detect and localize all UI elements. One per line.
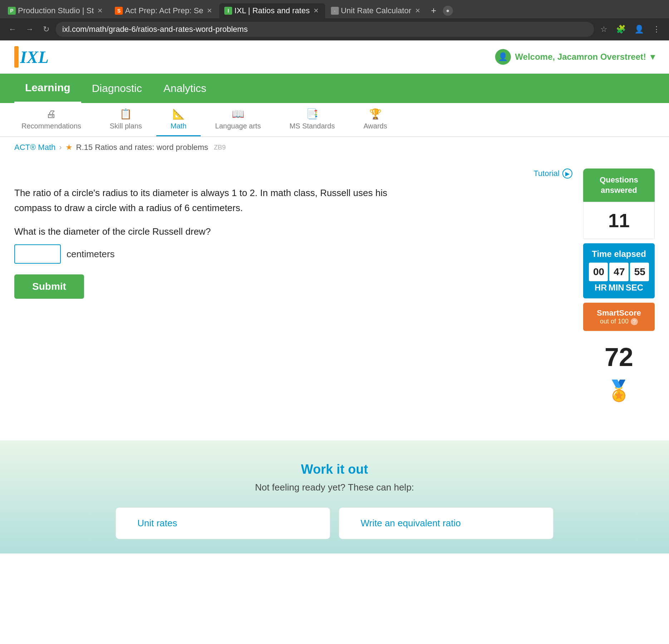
- questions-count: 11: [583, 202, 655, 239]
- subnav-awards[interactable]: 🏆 Awards: [349, 103, 401, 136]
- tab-favicon-2: S: [115, 7, 123, 15]
- time-hours: 00: [589, 263, 608, 281]
- star-icon: ★: [65, 143, 73, 152]
- tutorial-label[interactable]: Tutorial: [533, 169, 560, 178]
- smart-score-sub: out of 100 ?: [589, 318, 649, 325]
- subnav-skill-plans[interactable]: 📋 Skill plans: [96, 103, 156, 136]
- ms-standards-icon: 📑: [306, 108, 318, 120]
- browser-icons: ☆ 🧩 👤 ⋮: [597, 23, 663, 35]
- question-text: The ratio of a circle's radius to its di…: [14, 186, 572, 215]
- welcome-text: Welcome, Jacamron Overstreet!: [515, 52, 646, 62]
- medal-icon: 🏅: [589, 379, 649, 402]
- subnav-language-arts[interactable]: 📖 Language arts: [201, 103, 275, 136]
- subnav-ms-standards[interactable]: 📑 MS Standards: [275, 103, 349, 136]
- ixl-logo: IXL: [14, 46, 49, 68]
- tab-ixl[interactable]: I IXL | Ratios and rates ✕: [219, 3, 325, 18]
- work-it-out-title: Work it out: [14, 462, 655, 477]
- bookmark-button[interactable]: ☆: [597, 23, 610, 35]
- tab-close-1[interactable]: ✕: [96, 6, 104, 15]
- work-it-out-subtitle: Not feeling ready yet? These can help:: [14, 482, 655, 493]
- recommendations-icon: 🖨: [46, 108, 56, 120]
- unit-label: centimeters: [67, 249, 114, 260]
- tab-bar: P Production Studio | St ✕ S Act Prep: A…: [0, 0, 669, 18]
- nav-learning[interactable]: Learning: [14, 74, 81, 103]
- ixl-header: IXL 👤 Welcome, Jacamron Overstreet! ▾: [0, 40, 669, 74]
- submit-button[interactable]: Submit: [14, 274, 84, 299]
- smart-score-card: SmartScore out of 100 ?: [583, 303, 655, 331]
- tab-close-3[interactable]: ✕: [312, 6, 320, 15]
- language-arts-icon: 📖: [232, 108, 244, 120]
- profile-circle-button[interactable]: ●: [443, 6, 453, 16]
- help-cards: Unit rates Write an equivalent ratio: [14, 507, 655, 539]
- smart-score-title: SmartScore: [589, 308, 649, 318]
- language-arts-label: Language arts: [215, 122, 261, 130]
- time-elapsed-card: Time elapsed 00 47 55 HR MIN SEC: [583, 243, 655, 298]
- ms-standards-label: MS Standards: [289, 122, 335, 130]
- sec-label: SEC: [626, 283, 643, 293]
- tab-close-4[interactable]: ✕: [414, 6, 422, 15]
- help-card-unit-rates-label: Unit rates: [137, 518, 177, 528]
- main-navigation: Learning Diagnostic Analytics: [0, 74, 669, 103]
- skill-plans-icon: 📋: [119, 108, 132, 120]
- score-number: 72: [589, 337, 649, 377]
- help-card-equivalent-ratio[interactable]: Write an equivalent ratio: [339, 507, 553, 539]
- awards-icon: 🏆: [369, 108, 382, 120]
- time-seconds: 55: [630, 263, 649, 281]
- tab-title-1: Production Studio | St: [18, 6, 94, 15]
- math-icon: 📐: [172, 108, 185, 120]
- profiles-button[interactable]: 👤: [631, 23, 647, 35]
- nav-analytics[interactable]: Analytics: [153, 74, 217, 102]
- tab-unit-rate-calculator[interactable]: · Unit Rate Calculator ✕: [326, 3, 427, 18]
- min-label: MIN: [609, 283, 624, 293]
- more-button[interactable]: ⋮: [650, 23, 663, 35]
- work-it-out-section: Work it out Not feeling ready yet? These…: [0, 440, 669, 553]
- question-line1: The ratio of a circle's radius to its di…: [14, 187, 387, 198]
- questions-label-line1: Questions: [600, 175, 638, 184]
- tab-production-studio[interactable]: P Production Studio | St ✕: [3, 3, 109, 18]
- logo-text: IXL: [20, 47, 49, 67]
- awards-label: Awards: [363, 122, 387, 130]
- back-button[interactable]: ←: [6, 23, 19, 35]
- breadcrumb: ACT® Math › ★ R.15 Ratios and rates: wor…: [0, 137, 669, 158]
- questions-answered-card: Questions answered: [583, 169, 655, 202]
- subnav-math[interactable]: 📐 Math: [156, 103, 201, 136]
- score-area: 72 🏅: [583, 331, 655, 408]
- forward-button[interactable]: →: [23, 23, 36, 35]
- tab-act-prep[interactable]: S Act Prep: Act Prep: Se ✕: [110, 3, 219, 18]
- tab-title-4: Unit Rate Calculator: [341, 6, 411, 15]
- extensions-button[interactable]: 🧩: [613, 23, 629, 35]
- tab-favicon-1: P: [8, 7, 16, 15]
- address-input[interactable]: [56, 22, 594, 37]
- time-display: 00 47 55: [589, 263, 649, 281]
- logo-bar-orange: [14, 46, 19, 68]
- breadcrumb-separator: ›: [59, 143, 62, 152]
- hr-label: HR: [595, 283, 607, 293]
- question-area: Tutorial ▶ The ratio of a circle's radiu…: [14, 169, 572, 408]
- recommendations-label: Recommendations: [21, 122, 81, 130]
- info-icon[interactable]: ?: [631, 318, 638, 325]
- answer-row: centimeters: [14, 244, 572, 264]
- tab-close-2[interactable]: ✕: [205, 6, 214, 15]
- tab-favicon-4: ·: [331, 7, 339, 15]
- tab-title-2: Act Prep: Act Prep: Se: [125, 6, 203, 15]
- tab-title-3: IXL | Ratios and rates: [234, 6, 309, 15]
- question-line2: compass to draw a circle with a radius o…: [14, 203, 243, 213]
- new-tab-button[interactable]: +: [428, 3, 440, 18]
- answer-input[interactable]: [14, 244, 61, 264]
- browser-chrome: P Production Studio | St ✕ S Act Prep: A…: [0, 0, 669, 40]
- nav-diagnostic[interactable]: Diagnostic: [81, 74, 153, 102]
- math-label: Math: [171, 122, 186, 130]
- help-card-equivalent-ratio-label: Write an equivalent ratio: [361, 518, 461, 528]
- address-bar: ← → ↻ ☆ 🧩 👤 ⋮: [0, 18, 669, 40]
- help-card-unit-rates[interactable]: Unit rates: [116, 507, 330, 539]
- reload-button[interactable]: ↻: [40, 23, 52, 35]
- breadcrumb-root[interactable]: ACT® Math: [14, 143, 55, 152]
- subnav-recommendations[interactable]: 🖨 Recommendations: [7, 103, 96, 136]
- user-icon: 👤: [495, 49, 511, 65]
- breadcrumb-current: R.15 Ratios and rates: word problems: [76, 143, 208, 152]
- skill-plans-label: Skill plans: [110, 122, 142, 130]
- play-icon[interactable]: ▶: [562, 169, 572, 179]
- dropdown-icon[interactable]: ▾: [650, 52, 655, 62]
- tab-favicon-3: I: [224, 7, 232, 15]
- main-content: Tutorial ▶ The ratio of a circle's radiu…: [0, 158, 669, 419]
